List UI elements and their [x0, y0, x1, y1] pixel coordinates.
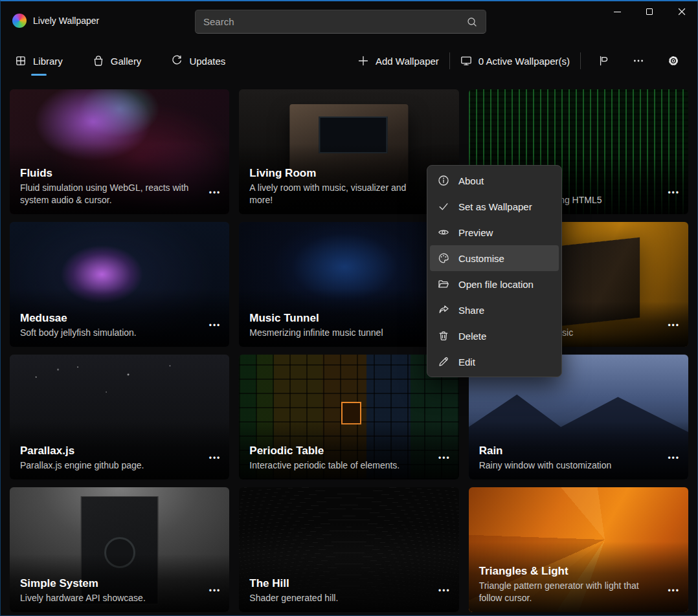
card-more-button[interactable]: •••: [438, 586, 451, 595]
wallpaper-card-parallax[interactable]: Parallax.js Parallax.js engine github pa…: [10, 355, 229, 479]
card-more-button[interactable]: •••: [668, 188, 680, 197]
flag-button[interactable]: [591, 49, 616, 72]
navbar: Library Gallery Updates: [1, 40, 697, 82]
menu-item-label: Delete: [458, 331, 486, 342]
card-overlay: Rain Rainy window with customization: [469, 421, 688, 479]
card-overlay: Simple System Lively hardware API showca…: [10, 554, 229, 612]
card-title: Music Tunnel: [249, 312, 448, 325]
card-subtitle: Soft body jellyfish simulation.: [20, 327, 219, 339]
card-more-button[interactable]: •••: [438, 454, 451, 463]
wallpaper-card-the-hill[interactable]: The Hill Shader generated hill. •••: [239, 487, 458, 612]
card-more-button[interactable]: •••: [668, 454, 680, 463]
card-more-button[interactable]: •••: [209, 321, 221, 330]
card-subtitle: A lively room with music, visualizer and…: [249, 182, 448, 206]
more-options-button[interactable]: [626, 49, 651, 72]
card-overlay: Parallax.js Parallax.js engine github pa…: [10, 421, 229, 479]
search-icon[interactable]: [466, 16, 478, 28]
card-title: Living Room: [249, 167, 448, 180]
monitor-icon: [460, 55, 472, 67]
menu-item-label: Share: [458, 305, 484, 316]
wallpaper-card-living-room[interactable]: Living Room A lively room with music, vi…: [239, 89, 458, 214]
active-wallpapers-button[interactable]: 0 Active Wallpaper(s): [460, 55, 570, 67]
menu-item-open-file-location[interactable]: Open file location: [430, 271, 559, 297]
card-subtitle: Rainy window with customization: [479, 459, 678, 472]
menu-item-share[interactable]: Share: [430, 297, 559, 323]
search-input[interactable]: [196, 16, 466, 27]
tab-gallery-label: Gallery: [111, 56, 142, 67]
menu-item-label: Open file location: [458, 279, 534, 290]
menu-item-delete[interactable]: Delete: [430, 323, 559, 349]
card-subtitle: Shader generated hill.: [249, 592, 448, 604]
card-overlay: Music Tunnel Mesmerizing infinite music …: [239, 289, 458, 347]
card-overlay: Living Room A lively room with music, vi…: [239, 144, 458, 214]
search-box[interactable]: [195, 10, 486, 34]
card-more-button[interactable]: •••: [668, 586, 680, 595]
card-subtitle: Parallax.js engine github page.: [20, 459, 219, 472]
tab-library-label: Library: [33, 56, 63, 67]
menu-item-about[interactable]: About: [430, 168, 559, 193]
library-grid-icon: [15, 55, 27, 67]
menu-item-label: Set as Wallpaper: [458, 201, 532, 212]
app-window: Lively Wallpaper: [0, 0, 698, 616]
menu-item-label: About: [458, 175, 484, 186]
tab-gallery[interactable]: Gallery: [93, 40, 142, 82]
divider: [449, 52, 450, 69]
card-more-button[interactable]: •••: [668, 321, 680, 330]
gallery-bag-icon: [93, 55, 104, 67]
card-title: The Hill: [249, 577, 448, 590]
tab-updates-label: Updates: [189, 56, 225, 67]
minimize-button[interactable]: [601, 0, 633, 23]
menu-item-label: Preview: [458, 227, 493, 238]
card-title: Rain: [479, 445, 678, 457]
wallpaper-card-music-tunnel[interactable]: Music Tunnel Mesmerizing infinite music …: [239, 222, 458, 347]
pencil-icon: [438, 356, 449, 368]
plus-icon: [357, 55, 369, 67]
flag-icon: [598, 55, 609, 67]
card-title: Fluids: [20, 167, 219, 180]
card-overlay: The Hill Shader generated hill.: [239, 554, 458, 612]
card-title: Periodic Table: [249, 445, 448, 457]
card-title: Medusae: [20, 312, 219, 325]
share-icon: [438, 304, 449, 316]
card-overlay: Triangles & Light Triangle pattern gener…: [469, 542, 688, 612]
window-controls: [601, 0, 698, 23]
close-button[interactable]: [666, 0, 698, 23]
wallpaper-context-menu: About Set as Wallpaper Preview Customise…: [427, 165, 562, 377]
card-subtitle: Triangle pattern generator with light th…: [479, 580, 678, 604]
menu-item-edit[interactable]: Edit: [430, 349, 559, 375]
wallpaper-grid: Fluids Fluid simulation using WebGL, rea…: [1, 82, 697, 616]
maximize-button[interactable]: [633, 0, 666, 23]
tab-updates[interactable]: Updates: [171, 40, 225, 82]
palette-icon: [438, 252, 449, 264]
app-logo-icon: [12, 14, 27, 28]
add-wallpaper-label: Add Wallpaper: [376, 56, 439, 67]
card-more-button[interactable]: •••: [209, 188, 221, 197]
titlebar: Lively Wallpaper: [1, 1, 697, 40]
wallpaper-card-periodic-table[interactable]: Periodic Table Interactive periodic tabl…: [239, 355, 458, 479]
card-title: Simple System: [20, 577, 219, 590]
menu-item-set-as-wallpaper[interactable]: Set as Wallpaper: [430, 193, 559, 219]
card-overlay: Fluids Fluid simulation using WebGL, rea…: [10, 144, 229, 214]
eye-icon: [438, 226, 449, 238]
updates-refresh-icon: [171, 55, 183, 67]
ellipsis-icon: [633, 55, 644, 67]
wallpaper-card-medusae[interactable]: Medusae Soft body jellyfish simulation. …: [10, 222, 229, 347]
folder-open-icon: [438, 278, 449, 290]
menu-item-preview[interactable]: Preview: [430, 219, 559, 245]
menu-item-label: Edit: [458, 357, 475, 368]
add-wallpaper-button[interactable]: Add Wallpaper: [357, 55, 439, 67]
menu-item-customise[interactable]: Customise: [430, 245, 559, 271]
wallpaper-card-fluids[interactable]: Fluids Fluid simulation using WebGL, rea…: [10, 89, 229, 214]
nav-actions: Add Wallpaper 0 Active Wallpaper(s): [357, 49, 686, 72]
wallpaper-card-simple-system[interactable]: Simple System Lively hardware API showca…: [10, 487, 229, 612]
card-more-button[interactable]: •••: [209, 586, 221, 595]
maximize-icon: [646, 8, 653, 15]
tab-library[interactable]: Library: [15, 40, 63, 82]
card-more-button[interactable]: •••: [209, 454, 221, 463]
divider: [580, 52, 581, 69]
card-title: Parallax.js: [20, 445, 219, 457]
card-overlay: Medusae Soft body jellyfish simulation.: [10, 289, 229, 347]
settings-button[interactable]: [661, 49, 686, 72]
wallpaper-card-triangles-light[interactable]: Triangles & Light Triangle pattern gener…: [469, 487, 688, 612]
card-subtitle: Fluid simulation using WebGL, reacts wit…: [20, 182, 219, 206]
